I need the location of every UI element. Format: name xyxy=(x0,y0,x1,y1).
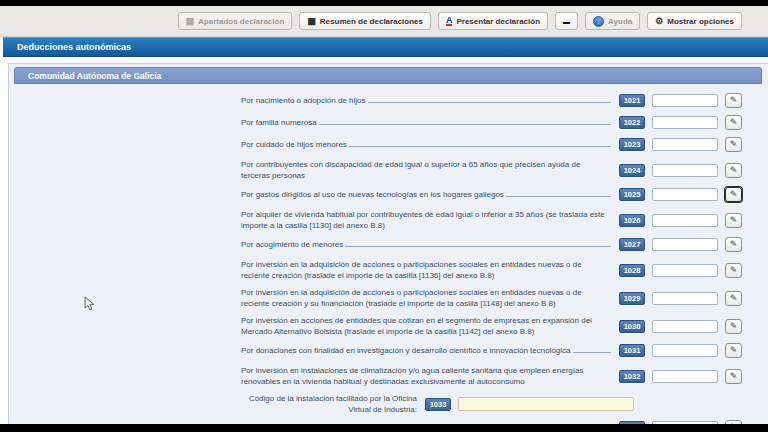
dotted-leader xyxy=(573,345,611,353)
dotted-leader xyxy=(345,239,611,247)
edit-button[interactable]: ✎ xyxy=(725,237,742,252)
present-icon: A xyxy=(446,16,453,26)
amount-input[interactable] xyxy=(652,214,718,227)
deduction-row: Por inversión en la adquisición de accio… xyxy=(13,287,768,309)
box-number-badge: 1028 xyxy=(619,264,645,277)
pencil-icon: ✎ xyxy=(730,190,738,199)
edit-button[interactable]: ✎ xyxy=(725,163,742,178)
box-number-badge: 1021 xyxy=(619,94,645,107)
edit-button[interactable]: ✎ xyxy=(725,213,742,228)
pencil-icon: ✎ xyxy=(730,140,738,149)
box-number-badge: 1027 xyxy=(619,238,645,251)
deduction-row: Por inversión en acciones de entidades q… xyxy=(13,315,768,337)
pencil-icon: ✎ xyxy=(730,372,738,381)
deduction-label: Por familia numerosa xyxy=(241,117,611,128)
dotted-leader xyxy=(506,189,611,197)
section-header-bar: Deducciones autonómicas xyxy=(3,37,768,57)
pencil-icon: ✎ xyxy=(730,346,738,355)
presentar-declaracion-button[interactable]: A Presentar declaración xyxy=(438,12,548,30)
installation-code-input[interactable] xyxy=(458,397,634,411)
letterbox-bottom xyxy=(0,424,768,432)
options-icon: ⚙ xyxy=(655,17,663,26)
deduction-row: Por inversión en la adquisición de accio… xyxy=(13,259,768,281)
edit-button[interactable]: ✎ xyxy=(725,263,742,278)
amount-input[interactable] xyxy=(652,238,718,251)
installation-code-label: Código de la instalación facilitado por … xyxy=(241,393,417,415)
deductions-panel: Comunidad Autónoma de Galicia Por nacimi… xyxy=(8,63,768,432)
panel-title: Comunidad Autónoma de Galicia xyxy=(28,71,161,81)
dotted-leader xyxy=(349,139,611,147)
amount-input[interactable] xyxy=(652,138,718,151)
section-title: Deducciones autonómicas xyxy=(17,42,131,52)
pencil-icon: ✎ xyxy=(730,240,738,249)
amount-input[interactable] xyxy=(652,292,718,305)
deduction-label: Por nacimiento o adopción de hijos xyxy=(241,95,611,106)
deduction-row: Por nacimiento o adopción de hijos 1021 … xyxy=(13,93,768,108)
edit-button[interactable]: ✎ xyxy=(725,343,742,358)
summary-icon: ▦ xyxy=(307,17,316,26)
deduction-label: Por inversión en la adquisición de accio… xyxy=(241,287,611,309)
resumen-declaraciones-button[interactable]: ▦ Resumen de declaraciones xyxy=(299,12,431,30)
amount-input[interactable] xyxy=(652,94,718,107)
dotted-leader xyxy=(368,95,611,103)
toolbar: ▤ Apartados declaración ▦ Resumen de dec… xyxy=(0,6,768,37)
edit-button[interactable]: ✎ xyxy=(725,319,742,334)
deduction-row: Por cuidado de hijos menores 1023 ✎ xyxy=(13,137,768,152)
box-number-badge: 1032 xyxy=(619,370,645,383)
box-number-badge: 1024 xyxy=(619,164,645,177)
amount-input[interactable] xyxy=(652,370,718,383)
apartados-declaracion-button[interactable]: ▤ Apartados declaración xyxy=(178,12,293,30)
edit-button[interactable]: ✎ xyxy=(725,369,742,384)
deduction-label: Por gastos dirigidos al uso de nuevas te… xyxy=(241,189,611,200)
edit-button[interactable]: ✎ xyxy=(725,187,742,202)
edit-button[interactable]: ✎ xyxy=(725,115,742,130)
box-number-badge: 1026 xyxy=(619,214,645,227)
media-button[interactable]: ▬ xyxy=(555,12,578,30)
ayuda-button[interactable]: ? Ayuda xyxy=(585,12,640,30)
mostrar-opciones-button[interactable]: ⚙ Mostrar opciones xyxy=(647,12,742,30)
deduction-label: Por inversión en instalaciones de climat… xyxy=(241,365,611,387)
deduction-rows: Por nacimiento o adopción de hijos 1021 … xyxy=(13,84,768,432)
dotted-leader xyxy=(319,117,611,125)
box-number-badge: 1030 xyxy=(619,320,645,333)
pencil-icon: ✎ xyxy=(730,166,738,175)
pencil-icon: ✎ xyxy=(730,216,738,225)
deduction-label: Por contribuyentes con discapacidad de e… xyxy=(241,159,611,181)
deduction-row: Por donaciones con finalidad en investig… xyxy=(13,343,768,358)
sections-icon: ▤ xyxy=(186,17,195,26)
deduction-row: Por gastos dirigidos al uso de nuevas te… xyxy=(13,187,768,202)
app-window: ▤ Apartados declaración ▦ Resumen de dec… xyxy=(0,0,768,432)
pencil-icon: ✎ xyxy=(730,322,738,331)
amount-input[interactable] xyxy=(652,344,718,357)
deduction-row: Por contribuyentes con discapacidad de e… xyxy=(13,159,768,181)
deduction-row: Por acogimiento de menores 1027 ✎ xyxy=(13,237,768,252)
deduction-label: Por acogimiento de menores xyxy=(241,239,611,250)
amount-input[interactable] xyxy=(652,264,718,277)
deduction-label: Por inversión en acciones de entidades q… xyxy=(241,315,611,337)
deduction-row: Por familia numerosa 1022 ✎ xyxy=(13,115,768,130)
box-number-badge: 1031 xyxy=(619,344,645,357)
pencil-icon: ✎ xyxy=(730,118,738,127)
media-icon: ▬ xyxy=(563,17,570,26)
pencil-icon: ✎ xyxy=(730,266,738,275)
letterbox-top xyxy=(0,0,768,6)
help-icon: ? xyxy=(593,16,604,27)
box-number-badge: 1023 xyxy=(619,138,645,151)
amount-input[interactable] xyxy=(652,164,718,177)
deduction-label: Por alquiler de vivienda habitual por co… xyxy=(241,209,611,231)
pencil-icon: ✎ xyxy=(730,96,738,105)
edit-button[interactable]: ✎ xyxy=(725,137,742,152)
mouse-cursor xyxy=(84,296,96,312)
pencil-icon: ✎ xyxy=(730,294,738,303)
amount-input[interactable] xyxy=(652,188,718,201)
deduction-label: Por cuidado de hijos menores xyxy=(241,139,611,150)
edit-button[interactable]: ✎ xyxy=(725,291,742,306)
box-number-badge: 1033 xyxy=(425,398,451,411)
amount-input[interactable] xyxy=(652,320,718,333)
panel-header-bar: Comunidad Autónoma de Galicia xyxy=(14,67,762,84)
amount-input[interactable] xyxy=(652,116,718,129)
box-number-badge: 1025 xyxy=(619,188,645,201)
deduction-row: Por alquiler de vivienda habitual por co… xyxy=(13,209,768,231)
edit-button[interactable]: ✎ xyxy=(725,93,742,108)
deduction-row: Por inversión en instalaciones de climat… xyxy=(13,365,768,387)
